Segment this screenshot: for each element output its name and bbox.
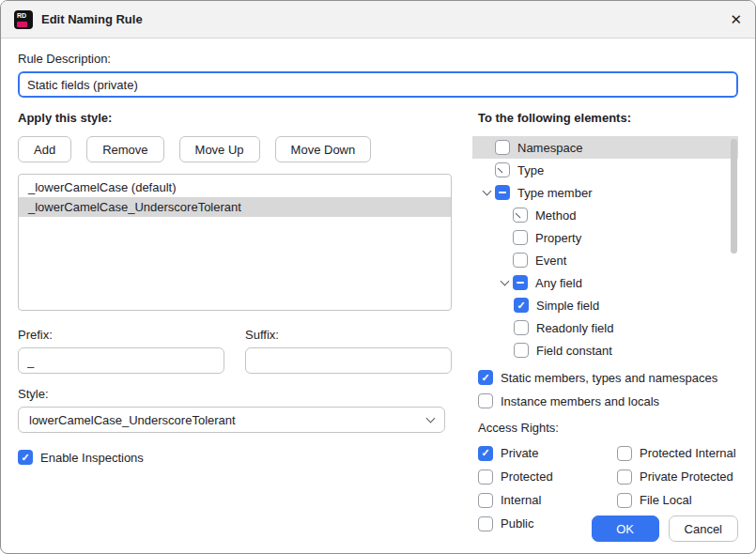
add-button[interactable]: Add — [18, 136, 71, 162]
public-checkbox[interactable] — [478, 516, 493, 531]
event-checkbox[interactable] — [513, 253, 528, 268]
rule-description-label: Rule Description: — [18, 52, 738, 66]
namespace-checkbox[interactable] — [495, 140, 510, 155]
internal-checkbox[interactable] — [478, 493, 493, 508]
tree-item-readonly-field[interactable]: Readonly field — [472, 316, 738, 339]
close-icon[interactable]: ✕ — [730, 12, 742, 26]
cancel-button[interactable]: Cancel — [669, 516, 738, 542]
protected-internal-checkbox[interactable] — [617, 446, 632, 461]
scrollbar-thumb[interactable] — [731, 139, 737, 254]
readonly-field-checkbox[interactable] — [514, 320, 529, 335]
access-option-internal: Internal — [478, 493, 617, 508]
dialog-content: Rule Description: Apply this style: Add … — [1, 38, 755, 554]
private-checkbox[interactable] — [478, 446, 493, 461]
field-constant-checkbox[interactable] — [514, 343, 529, 358]
access-option-label: File Local — [640, 493, 692, 507]
method-checkbox[interactable] — [513, 208, 528, 223]
access-option-label: Protected Internal — [640, 446, 736, 460]
move-up-button[interactable]: Move Up — [179, 136, 260, 162]
enable-inspections-checkbox[interactable] — [18, 450, 33, 465]
app-icon-badge — [17, 22, 27, 27]
access-rights-label: Access Rights: — [478, 421, 738, 435]
elements-label: To the following elements: — [478, 111, 738, 125]
tree-item-type[interactable]: Type — [472, 159, 738, 181]
style-label: Style: — [18, 387, 445, 401]
protected-checkbox[interactable] — [478, 469, 493, 485]
tree-item-field-constant[interactable]: Field constant — [472, 339, 738, 362]
instance-members-row: Instance members and locals — [478, 393, 738, 408]
style-listbox: _lowerCamelCase (default) _lowerCamelCas… — [18, 174, 452, 311]
tree-item-simple-field[interactable]: Simple field — [472, 294, 738, 316]
list-item-selected[interactable]: _lowerCamelCase_UnderscoreTolerant — [19, 197, 451, 217]
move-down-button[interactable]: Move Down — [275, 136, 372, 162]
tree-item-label: Namespace — [517, 141, 582, 155]
tree-item-label: Type member — [517, 186, 592, 200]
elements-panel: To the following elements: Namespace Typ… — [478, 111, 738, 535]
any-field-checkbox[interactable] — [513, 275, 528, 290]
enable-inspections-row: Enable Inspections — [18, 450, 452, 465]
tree-item-label: Type — [517, 163, 544, 177]
simple-field-checkbox[interactable] — [514, 298, 529, 313]
access-option-label: Private Protected — [640, 469, 733, 484]
app-icon: RD — [14, 10, 33, 29]
tree-item-label: Property — [535, 231, 581, 245]
access-option-protected-internal: Protected Internal — [617, 446, 738, 461]
tree-item-event[interactable]: Event — [472, 249, 738, 271]
titlebar: RD Edit Naming Rule ✕ — [1, 1, 755, 38]
static-members-row: Static members, types and namespaces — [478, 370, 738, 385]
instance-members-checkbox[interactable] — [478, 393, 493, 408]
chevron-right-icon[interactable] — [496, 212, 513, 219]
list-item[interactable]: _lowerCamelCase (default) — [19, 177, 451, 197]
tree-item-label: Any field — [535, 276, 582, 290]
tree-item-property[interactable]: Property — [472, 226, 738, 249]
chevron-down-icon[interactable] — [478, 191, 495, 194]
suffix-label: Suffix: — [245, 328, 452, 342]
access-option-label: Private — [501, 446, 538, 460]
tree-item-method[interactable]: Method — [472, 204, 738, 226]
tree-item-any-field[interactable]: Any field — [472, 271, 738, 294]
tree-item-label: Field constant — [536, 344, 612, 358]
style-field: Style: lowerCamelCase_UnderscoreTolerant — [18, 387, 445, 433]
type-checkbox[interactable] — [495, 162, 510, 177]
rule-description-input[interactable] — [18, 71, 738, 98]
chevron-down-icon — [426, 414, 436, 423]
suffix-input[interactable] — [245, 347, 452, 374]
window-title: Edit Naming Rule — [41, 12, 143, 26]
suffix-field: Suffix: — [245, 326, 452, 374]
style-panel: Apply this style: Add Remove Move Up Mov… — [18, 111, 452, 535]
chevron-right-icon[interactable] — [478, 167, 495, 174]
tree-item-label: Simple field — [536, 299, 599, 313]
tree-item-label: Event — [535, 254, 566, 268]
file-local-checkbox[interactable] — [617, 493, 632, 508]
access-option-label: Protected — [501, 469, 553, 484]
access-option-file-local: File Local — [617, 493, 738, 508]
type-member-checkbox[interactable] — [495, 185, 510, 200]
elements-tree: Namespace Type Type member — [472, 136, 738, 362]
style-select[interactable]: lowerCamelCase_UnderscoreTolerant — [18, 407, 445, 433]
ok-button[interactable]: OK — [592, 516, 659, 542]
tree-item-label: Readonly field — [536, 321, 613, 335]
remove-button[interactable]: Remove — [86, 136, 163, 162]
dialog-footer: OK Cancel — [592, 516, 738, 542]
prefix-input[interactable] — [18, 347, 224, 374]
access-option-private-protected: Private Protected — [617, 469, 738, 485]
instance-members-label: Instance members and locals — [501, 394, 659, 408]
style-buttons: Add Remove Move Up Move Down — [18, 136, 452, 162]
apply-style-label: Apply this style: — [18, 111, 452, 125]
access-option-label: Internal — [501, 493, 541, 507]
static-members-checkbox[interactable] — [478, 370, 493, 385]
property-checkbox[interactable] — [513, 230, 528, 245]
access-option-private: Private — [478, 446, 617, 461]
chevron-down-icon[interactable] — [496, 281, 513, 285]
edit-naming-rule-dialog: RD Edit Naming Rule ✕ Rule Description: … — [0, 0, 756, 554]
prefix-field: Prefix: — [18, 326, 224, 374]
tree-item-type-member[interactable]: Type member — [472, 181, 738, 204]
prefix-label: Prefix: — [18, 328, 224, 342]
tree-item-namespace[interactable]: Namespace — [472, 136, 738, 159]
access-option-protected: Protected — [478, 469, 617, 485]
app-icon-text: RD — [17, 12, 26, 19]
private-protected-checkbox[interactable] — [617, 469, 632, 485]
access-option-label: Public — [501, 516, 533, 531]
enable-inspections-label: Enable Inspections — [40, 451, 144, 465]
tree-item-label: Method — [535, 208, 576, 223]
